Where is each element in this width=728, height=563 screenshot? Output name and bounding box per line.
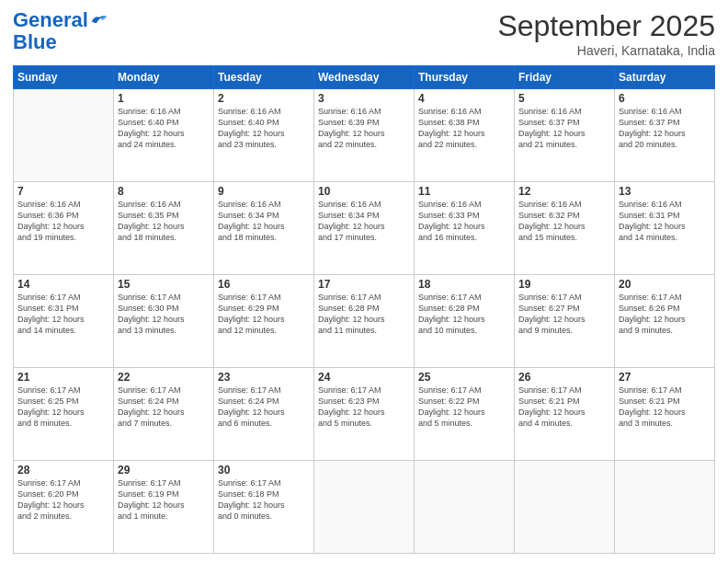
col-friday: Friday bbox=[515, 66, 615, 89]
col-tuesday: Tuesday bbox=[214, 66, 314, 89]
col-monday: Monday bbox=[114, 66, 214, 89]
col-saturday: Saturday bbox=[615, 66, 715, 89]
table-row bbox=[14, 89, 114, 182]
day-number: 28 bbox=[17, 464, 109, 477]
day-info: Sunrise: 6:17 AM Sunset: 6:24 PM Dayligh… bbox=[118, 385, 210, 430]
table-row: 10Sunrise: 6:16 AM Sunset: 6:34 PM Dayli… bbox=[314, 182, 415, 275]
day-number: 19 bbox=[518, 278, 610, 291]
table-row bbox=[415, 461, 515, 554]
day-number: 15 bbox=[118, 278, 210, 291]
day-number: 30 bbox=[218, 464, 310, 477]
day-info: Sunrise: 6:17 AM Sunset: 6:28 PM Dayligh… bbox=[318, 292, 410, 337]
day-info: Sunrise: 6:17 AM Sunset: 6:28 PM Dayligh… bbox=[418, 292, 510, 337]
day-number: 13 bbox=[619, 185, 711, 198]
calendar-row: 1Sunrise: 6:16 AM Sunset: 6:40 PM Daylig… bbox=[14, 89, 715, 182]
calendar-table: Sunday Monday Tuesday Wednesday Thursday… bbox=[13, 65, 715, 554]
day-info: Sunrise: 6:16 AM Sunset: 6:38 PM Dayligh… bbox=[418, 106, 510, 151]
table-row: 2Sunrise: 6:16 AM Sunset: 6:40 PM Daylig… bbox=[214, 89, 314, 182]
table-row: 3Sunrise: 6:16 AM Sunset: 6:39 PM Daylig… bbox=[314, 89, 415, 182]
table-row: 21Sunrise: 6:17 AM Sunset: 6:25 PM Dayli… bbox=[14, 368, 114, 461]
day-info: Sunrise: 6:17 AM Sunset: 6:30 PM Dayligh… bbox=[118, 292, 210, 337]
table-row: 6Sunrise: 6:16 AM Sunset: 6:37 PM Daylig… bbox=[615, 89, 715, 182]
table-row: 17Sunrise: 6:17 AM Sunset: 6:28 PM Dayli… bbox=[314, 275, 415, 368]
day-info: Sunrise: 6:16 AM Sunset: 6:39 PM Dayligh… bbox=[318, 106, 410, 151]
calendar-row: 28Sunrise: 6:17 AM Sunset: 6:20 PM Dayli… bbox=[14, 461, 715, 554]
table-row: 30Sunrise: 6:17 AM Sunset: 6:18 PM Dayli… bbox=[214, 461, 314, 554]
day-number: 8 bbox=[118, 185, 210, 198]
day-number: 5 bbox=[518, 92, 610, 105]
table-row: 24Sunrise: 6:17 AM Sunset: 6:23 PM Dayli… bbox=[314, 368, 415, 461]
day-info: Sunrise: 6:16 AM Sunset: 6:32 PM Dayligh… bbox=[518, 199, 610, 244]
day-number: 25 bbox=[418, 371, 510, 384]
day-info: Sunrise: 6:17 AM Sunset: 6:27 PM Dayligh… bbox=[518, 292, 610, 337]
calendar-header-row: Sunday Monday Tuesday Wednesday Thursday… bbox=[14, 66, 715, 89]
day-number: 9 bbox=[218, 185, 310, 198]
table-row: 1Sunrise: 6:16 AM Sunset: 6:40 PM Daylig… bbox=[114, 89, 214, 182]
day-number: 17 bbox=[318, 278, 410, 291]
day-number: 26 bbox=[518, 371, 610, 384]
day-info: Sunrise: 6:17 AM Sunset: 6:20 PM Dayligh… bbox=[17, 477, 109, 523]
day-info: Sunrise: 6:16 AM Sunset: 6:33 PM Dayligh… bbox=[418, 199, 510, 244]
day-info: Sunrise: 6:17 AM Sunset: 6:23 PM Dayligh… bbox=[318, 385, 410, 430]
table-row: 13Sunrise: 6:16 AM Sunset: 6:31 PM Dayli… bbox=[615, 182, 715, 275]
day-info: Sunrise: 6:16 AM Sunset: 6:37 PM Dayligh… bbox=[619, 106, 711, 151]
table-row: 8Sunrise: 6:16 AM Sunset: 6:35 PM Daylig… bbox=[114, 182, 214, 275]
col-thursday: Thursday bbox=[415, 66, 515, 89]
table-row: 18Sunrise: 6:17 AM Sunset: 6:28 PM Dayli… bbox=[415, 275, 515, 368]
day-number: 10 bbox=[318, 185, 410, 198]
table-row: 14Sunrise: 6:17 AM Sunset: 6:31 PM Dayli… bbox=[14, 275, 114, 368]
day-number: 18 bbox=[418, 278, 510, 291]
table-row: 7Sunrise: 6:16 AM Sunset: 6:36 PM Daylig… bbox=[14, 182, 114, 275]
table-row: 9Sunrise: 6:16 AM Sunset: 6:34 PM Daylig… bbox=[214, 182, 314, 275]
title-block: September 2025 Haveri, Karnataka, India bbox=[497, 9, 715, 58]
day-number: 21 bbox=[17, 371, 109, 384]
day-number: 22 bbox=[118, 371, 210, 384]
calendar-row: 21Sunrise: 6:17 AM Sunset: 6:25 PM Dayli… bbox=[14, 368, 715, 461]
day-info: Sunrise: 6:17 AM Sunset: 6:22 PM Dayligh… bbox=[418, 385, 510, 430]
table-row bbox=[615, 461, 715, 554]
logo-text-blue: Blue bbox=[13, 31, 57, 53]
day-number: 6 bbox=[619, 92, 711, 105]
col-sunday: Sunday bbox=[14, 66, 114, 89]
day-info: Sunrise: 6:16 AM Sunset: 6:34 PM Dayligh… bbox=[218, 199, 310, 244]
day-number: 7 bbox=[17, 185, 109, 198]
day-number: 2 bbox=[218, 92, 310, 105]
table-row: 11Sunrise: 6:16 AM Sunset: 6:33 PM Dayli… bbox=[415, 182, 515, 275]
table-row: 5Sunrise: 6:16 AM Sunset: 6:37 PM Daylig… bbox=[515, 89, 615, 182]
table-row: 23Sunrise: 6:17 AM Sunset: 6:24 PM Dayli… bbox=[214, 368, 314, 461]
day-info: Sunrise: 6:17 AM Sunset: 6:21 PM Dayligh… bbox=[518, 385, 610, 430]
day-info: Sunrise: 6:17 AM Sunset: 6:18 PM Dayligh… bbox=[218, 477, 310, 523]
location-subtitle: Haveri, Karnataka, India bbox=[497, 43, 715, 58]
day-number: 12 bbox=[518, 185, 610, 198]
logo: General Blue bbox=[13, 9, 108, 53]
day-number: 3 bbox=[318, 92, 410, 105]
page: General Blue September 2025 Haveri, Karn… bbox=[0, 0, 728, 563]
table-row: 26Sunrise: 6:17 AM Sunset: 6:21 PM Dayli… bbox=[515, 368, 615, 461]
table-row: 19Sunrise: 6:17 AM Sunset: 6:27 PM Dayli… bbox=[515, 275, 615, 368]
table-row: 22Sunrise: 6:17 AM Sunset: 6:24 PM Dayli… bbox=[114, 368, 214, 461]
table-row: 25Sunrise: 6:17 AM Sunset: 6:22 PM Dayli… bbox=[415, 368, 515, 461]
day-info: Sunrise: 6:16 AM Sunset: 6:40 PM Dayligh… bbox=[218, 106, 310, 151]
day-info: Sunrise: 6:16 AM Sunset: 6:31 PM Dayligh… bbox=[619, 199, 711, 244]
day-number: 27 bbox=[619, 371, 711, 384]
day-info: Sunrise: 6:17 AM Sunset: 6:21 PM Dayligh… bbox=[619, 385, 711, 430]
day-info: Sunrise: 6:17 AM Sunset: 6:24 PM Dayligh… bbox=[218, 385, 310, 430]
table-row: 4Sunrise: 6:16 AM Sunset: 6:38 PM Daylig… bbox=[415, 89, 515, 182]
day-info: Sunrise: 6:17 AM Sunset: 6:31 PM Dayligh… bbox=[17, 292, 109, 337]
table-row: 16Sunrise: 6:17 AM Sunset: 6:29 PM Dayli… bbox=[214, 275, 314, 368]
table-row: 28Sunrise: 6:17 AM Sunset: 6:20 PM Dayli… bbox=[14, 461, 114, 554]
calendar-row: 14Sunrise: 6:17 AM Sunset: 6:31 PM Dayli… bbox=[14, 275, 715, 368]
logo-bird-icon bbox=[90, 14, 108, 27]
table-row: 29Sunrise: 6:17 AM Sunset: 6:19 PM Dayli… bbox=[114, 461, 214, 554]
calendar-row: 7Sunrise: 6:16 AM Sunset: 6:36 PM Daylig… bbox=[14, 182, 715, 275]
table-row bbox=[314, 461, 415, 554]
calendar-body: 1Sunrise: 6:16 AM Sunset: 6:40 PM Daylig… bbox=[14, 89, 715, 554]
day-number: 20 bbox=[619, 278, 711, 291]
month-title: September 2025 bbox=[497, 9, 715, 43]
day-number: 14 bbox=[17, 278, 109, 291]
col-wednesday: Wednesday bbox=[314, 66, 415, 89]
header: General Blue September 2025 Haveri, Karn… bbox=[13, 9, 715, 58]
logo-text: General bbox=[13, 9, 88, 31]
day-info: Sunrise: 6:17 AM Sunset: 6:19 PM Dayligh… bbox=[118, 477, 210, 523]
day-number: 24 bbox=[318, 371, 410, 384]
